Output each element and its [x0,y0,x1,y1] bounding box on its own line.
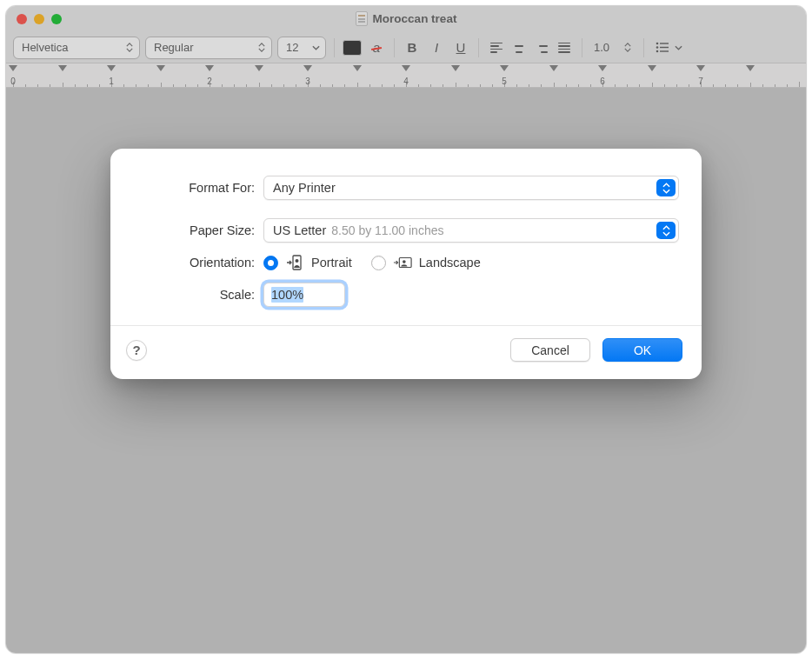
orientation-landscape-label: Landscape [419,256,481,270]
orientation-label: Orientation: [133,256,263,270]
radio-indicator [371,256,386,270]
orientation-portrait-label: Portrait [311,256,352,270]
paper-size-dimensions: 8.50 by 11.00 inches [331,223,443,237]
updown-chevrons-icon [656,179,676,196]
paper-size-label: Paper Size: [133,223,263,237]
help-button[interactable]: ? [126,340,147,361]
orientation-landscape-radio[interactable]: Landscape [371,254,481,271]
page-setup-sheet: Format For: Any Printer Paper Size: U [110,149,702,379]
orientation-portrait-radio[interactable]: Portrait [263,254,352,271]
portrait-icon [285,254,304,271]
help-icon: ? [132,343,140,357]
format-for-popup[interactable]: Any Printer [263,176,679,200]
cancel-button[interactable]: Cancel [510,338,590,362]
paper-size-popup[interactable]: US Letter 8.50 by 11.00 inches [263,218,679,243]
scale-value: 100% [271,287,303,303]
svg-point-9 [403,260,406,263]
scale-input[interactable]: 100% [263,283,345,307]
landscape-icon [393,254,412,271]
format-for-value: Any Printer [273,181,336,195]
svg-point-7 [296,259,299,263]
format-for-label: Format For: [133,181,263,195]
document-window: Moroccan treat Helvetica Regular 12 [5,5,807,654]
scale-label: Scale: [133,288,263,302]
radio-indicator [263,256,278,270]
ok-button[interactable]: OK [602,338,682,362]
updown-chevrons-icon [656,222,676,239]
paper-size-value: US Letter [273,223,326,237]
